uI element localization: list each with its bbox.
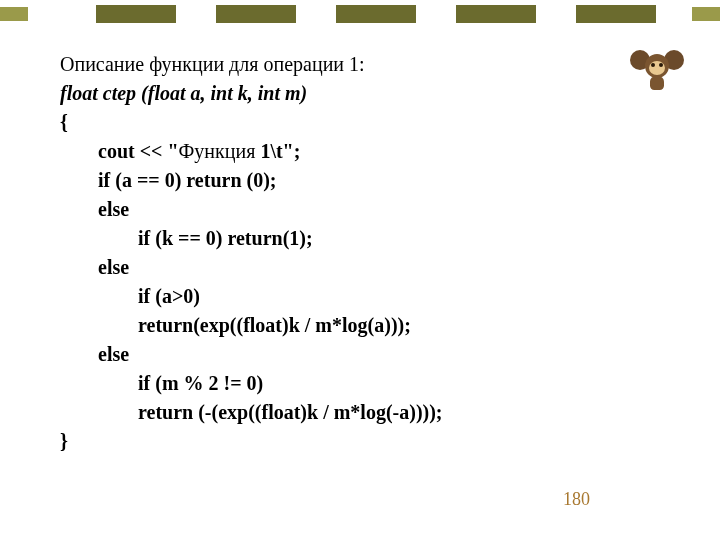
code-line: if (a>0)	[60, 282, 640, 311]
function-signature: float ctep (float a, int k, int m)	[60, 79, 640, 108]
decorative-top-bar	[0, 5, 720, 23]
code-line: {	[60, 108, 640, 137]
code-line: else	[60, 253, 640, 282]
code-line: if (k == 0) return(1);	[60, 224, 640, 253]
heading-text: Описание функции для операции 1:	[60, 50, 640, 79]
page-number: 180	[563, 489, 590, 510]
cheburashka-icon	[636, 48, 678, 90]
code-line: else	[60, 340, 640, 369]
code-line: if (m % 2 != 0)	[60, 369, 640, 398]
code-line: return (-(exp((float)k / m*log(-a))));	[60, 398, 640, 427]
code-line: return(exp((float)k / m*log(a)));	[60, 311, 640, 340]
code-line: }	[60, 427, 640, 456]
code-line: if (a == 0) return (0);	[60, 166, 640, 195]
code-line: cout << "Функция 1\t";	[60, 137, 640, 166]
slide-content: Описание функции для операции 1: float c…	[60, 50, 640, 456]
code-line: else	[60, 195, 640, 224]
